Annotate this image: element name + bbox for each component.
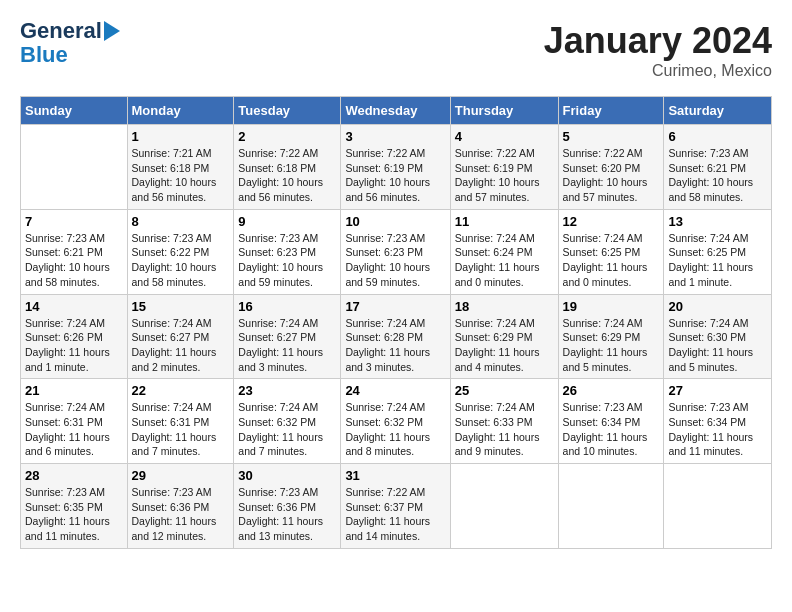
day-number: 10 bbox=[345, 214, 445, 229]
header-wednesday: Wednesday bbox=[341, 97, 450, 125]
day-cell: 9 Sunrise: 7:23 AMSunset: 6:23 PMDayligh… bbox=[234, 209, 341, 294]
day-number: 24 bbox=[345, 383, 445, 398]
header-saturday: Saturday bbox=[664, 97, 772, 125]
day-cell: 12 Sunrise: 7:24 AMSunset: 6:25 PMDaylig… bbox=[558, 209, 664, 294]
day-info: Sunrise: 7:23 AMSunset: 6:34 PMDaylight:… bbox=[563, 400, 660, 459]
day-cell: 30 Sunrise: 7:23 AMSunset: 6:36 PMDaylig… bbox=[234, 464, 341, 549]
day-info: Sunrise: 7:24 AMSunset: 6:32 PMDaylight:… bbox=[345, 400, 445, 459]
day-cell: 31 Sunrise: 7:22 AMSunset: 6:37 PMDaylig… bbox=[341, 464, 450, 549]
day-number: 9 bbox=[238, 214, 336, 229]
day-cell: 22 Sunrise: 7:24 AMSunset: 6:31 PMDaylig… bbox=[127, 379, 234, 464]
calendar-header-row: SundayMondayTuesdayWednesdayThursdayFrid… bbox=[21, 97, 772, 125]
day-info: Sunrise: 7:21 AMSunset: 6:18 PMDaylight:… bbox=[132, 146, 230, 205]
day-info: Sunrise: 7:24 AMSunset: 6:30 PMDaylight:… bbox=[668, 316, 767, 375]
day-cell bbox=[21, 125, 128, 210]
day-info: Sunrise: 7:24 AMSunset: 6:27 PMDaylight:… bbox=[132, 316, 230, 375]
week-row-4: 21 Sunrise: 7:24 AMSunset: 6:31 PMDaylig… bbox=[21, 379, 772, 464]
logo: General Blue bbox=[20, 20, 120, 68]
day-cell: 11 Sunrise: 7:24 AMSunset: 6:24 PMDaylig… bbox=[450, 209, 558, 294]
day-cell: 1 Sunrise: 7:21 AMSunset: 6:18 PMDayligh… bbox=[127, 125, 234, 210]
day-info: Sunrise: 7:24 AMSunset: 6:33 PMDaylight:… bbox=[455, 400, 554, 459]
day-info: Sunrise: 7:23 AMSunset: 6:21 PMDaylight:… bbox=[668, 146, 767, 205]
day-cell: 19 Sunrise: 7:24 AMSunset: 6:29 PMDaylig… bbox=[558, 294, 664, 379]
title-area: January 2024 Curimeo, Mexico bbox=[544, 20, 772, 80]
day-cell: 13 Sunrise: 7:24 AMSunset: 6:25 PMDaylig… bbox=[664, 209, 772, 294]
day-info: Sunrise: 7:22 AMSunset: 6:19 PMDaylight:… bbox=[345, 146, 445, 205]
day-cell bbox=[664, 464, 772, 549]
day-number: 26 bbox=[563, 383, 660, 398]
day-info: Sunrise: 7:23 AMSunset: 6:23 PMDaylight:… bbox=[238, 231, 336, 290]
calendar-table: SundayMondayTuesdayWednesdayThursdayFrid… bbox=[20, 96, 772, 549]
day-number: 25 bbox=[455, 383, 554, 398]
month-title: January 2024 bbox=[544, 20, 772, 62]
day-info: Sunrise: 7:23 AMSunset: 6:36 PMDaylight:… bbox=[238, 485, 336, 544]
day-info: Sunrise: 7:24 AMSunset: 6:32 PMDaylight:… bbox=[238, 400, 336, 459]
day-info: Sunrise: 7:24 AMSunset: 6:25 PMDaylight:… bbox=[668, 231, 767, 290]
day-number: 7 bbox=[25, 214, 123, 229]
logo-blue: Blue bbox=[20, 42, 68, 68]
day-info: Sunrise: 7:24 AMSunset: 6:28 PMDaylight:… bbox=[345, 316, 445, 375]
day-number: 29 bbox=[132, 468, 230, 483]
day-cell: 25 Sunrise: 7:24 AMSunset: 6:33 PMDaylig… bbox=[450, 379, 558, 464]
day-number: 12 bbox=[563, 214, 660, 229]
header-sunday: Sunday bbox=[21, 97, 128, 125]
day-info: Sunrise: 7:24 AMSunset: 6:26 PMDaylight:… bbox=[25, 316, 123, 375]
day-number: 19 bbox=[563, 299, 660, 314]
day-number: 16 bbox=[238, 299, 336, 314]
header-tuesday: Tuesday bbox=[234, 97, 341, 125]
day-info: Sunrise: 7:23 AMSunset: 6:23 PMDaylight:… bbox=[345, 231, 445, 290]
day-info: Sunrise: 7:23 AMSunset: 6:21 PMDaylight:… bbox=[25, 231, 123, 290]
day-cell: 29 Sunrise: 7:23 AMSunset: 6:36 PMDaylig… bbox=[127, 464, 234, 549]
logo-arrow-icon bbox=[104, 21, 120, 41]
day-number: 28 bbox=[25, 468, 123, 483]
week-row-2: 7 Sunrise: 7:23 AMSunset: 6:21 PMDayligh… bbox=[21, 209, 772, 294]
header-monday: Monday bbox=[127, 97, 234, 125]
day-cell: 14 Sunrise: 7:24 AMSunset: 6:26 PMDaylig… bbox=[21, 294, 128, 379]
day-number: 21 bbox=[25, 383, 123, 398]
header-friday: Friday bbox=[558, 97, 664, 125]
day-number: 15 bbox=[132, 299, 230, 314]
day-number: 3 bbox=[345, 129, 445, 144]
day-cell: 8 Sunrise: 7:23 AMSunset: 6:22 PMDayligh… bbox=[127, 209, 234, 294]
day-cell: 24 Sunrise: 7:24 AMSunset: 6:32 PMDaylig… bbox=[341, 379, 450, 464]
day-cell: 26 Sunrise: 7:23 AMSunset: 6:34 PMDaylig… bbox=[558, 379, 664, 464]
location-subtitle: Curimeo, Mexico bbox=[544, 62, 772, 80]
day-number: 13 bbox=[668, 214, 767, 229]
day-info: Sunrise: 7:24 AMSunset: 6:31 PMDaylight:… bbox=[132, 400, 230, 459]
calendar-body: 1 Sunrise: 7:21 AMSunset: 6:18 PMDayligh… bbox=[21, 125, 772, 549]
day-cell: 17 Sunrise: 7:24 AMSunset: 6:28 PMDaylig… bbox=[341, 294, 450, 379]
day-info: Sunrise: 7:22 AMSunset: 6:20 PMDaylight:… bbox=[563, 146, 660, 205]
day-cell bbox=[558, 464, 664, 549]
day-number: 18 bbox=[455, 299, 554, 314]
day-cell: 5 Sunrise: 7:22 AMSunset: 6:20 PMDayligh… bbox=[558, 125, 664, 210]
logo-general: General bbox=[20, 20, 102, 42]
day-number: 4 bbox=[455, 129, 554, 144]
day-cell: 23 Sunrise: 7:24 AMSunset: 6:32 PMDaylig… bbox=[234, 379, 341, 464]
day-cell: 7 Sunrise: 7:23 AMSunset: 6:21 PMDayligh… bbox=[21, 209, 128, 294]
day-info: Sunrise: 7:24 AMSunset: 6:29 PMDaylight:… bbox=[455, 316, 554, 375]
day-number: 1 bbox=[132, 129, 230, 144]
day-cell: 28 Sunrise: 7:23 AMSunset: 6:35 PMDaylig… bbox=[21, 464, 128, 549]
day-number: 27 bbox=[668, 383, 767, 398]
day-number: 23 bbox=[238, 383, 336, 398]
day-cell: 27 Sunrise: 7:23 AMSunset: 6:34 PMDaylig… bbox=[664, 379, 772, 464]
day-cell: 6 Sunrise: 7:23 AMSunset: 6:21 PMDayligh… bbox=[664, 125, 772, 210]
day-info: Sunrise: 7:22 AMSunset: 6:37 PMDaylight:… bbox=[345, 485, 445, 544]
page-header: General Blue January 2024 Curimeo, Mexic… bbox=[20, 20, 772, 80]
day-info: Sunrise: 7:23 AMSunset: 6:35 PMDaylight:… bbox=[25, 485, 123, 544]
day-cell: 10 Sunrise: 7:23 AMSunset: 6:23 PMDaylig… bbox=[341, 209, 450, 294]
day-number: 22 bbox=[132, 383, 230, 398]
week-row-3: 14 Sunrise: 7:24 AMSunset: 6:26 PMDaylig… bbox=[21, 294, 772, 379]
day-cell: 15 Sunrise: 7:24 AMSunset: 6:27 PMDaylig… bbox=[127, 294, 234, 379]
day-info: Sunrise: 7:23 AMSunset: 6:34 PMDaylight:… bbox=[668, 400, 767, 459]
day-number: 30 bbox=[238, 468, 336, 483]
day-info: Sunrise: 7:24 AMSunset: 6:29 PMDaylight:… bbox=[563, 316, 660, 375]
day-cell: 16 Sunrise: 7:24 AMSunset: 6:27 PMDaylig… bbox=[234, 294, 341, 379]
day-info: Sunrise: 7:24 AMSunset: 6:31 PMDaylight:… bbox=[25, 400, 123, 459]
day-info: Sunrise: 7:24 AMSunset: 6:25 PMDaylight:… bbox=[563, 231, 660, 290]
week-row-5: 28 Sunrise: 7:23 AMSunset: 6:35 PMDaylig… bbox=[21, 464, 772, 549]
day-number: 11 bbox=[455, 214, 554, 229]
day-info: Sunrise: 7:22 AMSunset: 6:18 PMDaylight:… bbox=[238, 146, 336, 205]
day-info: Sunrise: 7:23 AMSunset: 6:22 PMDaylight:… bbox=[132, 231, 230, 290]
day-cell: 20 Sunrise: 7:24 AMSunset: 6:30 PMDaylig… bbox=[664, 294, 772, 379]
